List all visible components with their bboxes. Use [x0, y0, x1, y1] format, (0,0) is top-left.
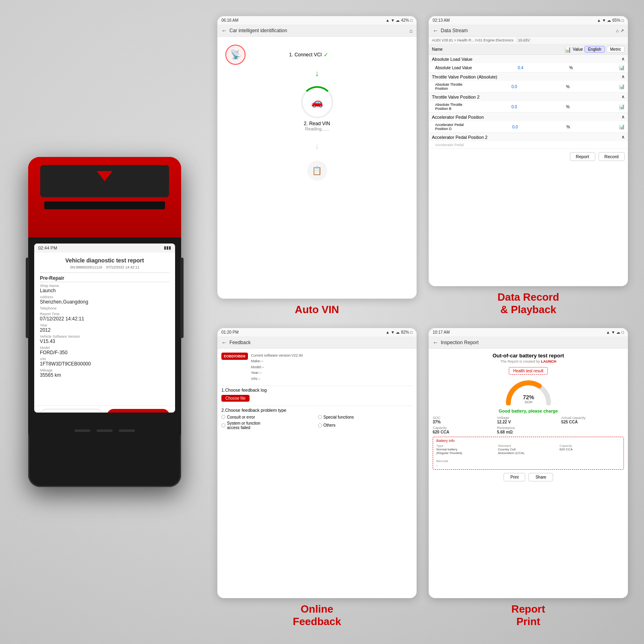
telephone-label: Telephone — [40, 306, 169, 310]
report-nav-title: Inspection Report — [441, 340, 479, 345]
feedback-choose-file: Choose file — [221, 395, 413, 402]
vin-step1-check: ✓ — [324, 52, 328, 58]
chevron-up-icon-5: ∧ — [621, 134, 625, 140]
insp-print-btn[interactable]: Print — [504, 473, 526, 481]
chevron-up-icon-3: ∧ — [621, 94, 625, 99]
chart-icon-4[interactable]: 📊 — [619, 124, 625, 130]
feedback-device-info: Current software version:V22.90 Make:-- … — [251, 353, 303, 382]
vin-arrow-down: ↓ — [315, 69, 319, 78]
record-btn[interactable]: Record — [599, 152, 625, 161]
feedback-cell: 01:20 PM ▲ ▼ ☁ 82% □ ← Feedback EOBD/OBD… — [217, 328, 417, 628]
device-screen: 02:44 PM ▮▮▮ Vehicle diagnostic test rep… — [34, 244, 175, 413]
vin-value: 1FT8W3DT9CEB00000 — [40, 361, 169, 367]
data-stream-rows: Absolute Load Value ∧ Absolute Load Valu… — [429, 55, 628, 149]
print-button[interactable]: PRINT — [107, 409, 169, 413]
radio-circle-4[interactable] — [318, 423, 322, 427]
feedback-label: Online Feedback — [293, 603, 341, 628]
screen-buttons: BACK PRINT — [34, 406, 175, 413]
gauge-svg: 72% SOH — [504, 377, 553, 405]
device-button-3[interactable] — [119, 429, 135, 432]
data-stream-breadcrumb: AUDI V28.81 > Health R... t>01 Engine El… — [429, 37, 628, 44]
inspection-title: Out-of-car battery test report — [433, 353, 624, 359]
feedback-status-bar: 01:20 PM ▲ ▼ ☁ 82% □ — [217, 328, 417, 337]
main-container: 02:44 PM ▮▮▮ Vehicle diagnostic test rep… — [0, 0, 644, 644]
chart-icon-2[interactable]: 📊 — [619, 84, 625, 89]
divider-1 — [221, 386, 413, 386]
data-record-share-icon[interactable]: ↗ — [620, 28, 624, 33]
device-grip-right — [180, 258, 184, 338]
report-back-icon[interactable]: ← — [433, 339, 438, 346]
choose-file-button[interactable]: Choose file — [221, 395, 250, 402]
ds-action-buttons: Report Record — [429, 149, 628, 164]
auto-vin-home-icon[interactable]: ⌂ — [409, 28, 413, 34]
data-stream-toolbar: Name 📊 Value English Metric — [429, 44, 628, 55]
vin-arrow-down-2: ↓ — [315, 141, 319, 151]
feedback-screen: 01:20 PM ▲ ▼ ☁ 82% □ ← Feedback EOBD/OBD… — [217, 328, 417, 598]
col-value: Value — [573, 47, 583, 52]
feedback-nav: ← Feedback — [217, 337, 417, 349]
feedback-radio-group: Consult or error Special functions Syste… — [221, 415, 413, 430]
auto-vin-title: Car intelligent identification — [229, 28, 287, 33]
report-status-bar: 10:17 AM ▲ ▼ ☁ □ — [429, 328, 628, 337]
device-button-2[interactable] — [97, 429, 113, 432]
report-time-value: 07/12/2022 14:42:11 — [40, 316, 169, 322]
back-button[interactable]: BACK — [40, 409, 103, 413]
device-button-1[interactable] — [74, 429, 91, 432]
device-bottom — [28, 419, 181, 443]
device-screen-area: 02:44 PM ▮▮▮ Vehicle diagnostic test rep… — [28, 237, 181, 419]
report-btn[interactable]: Report — [570, 152, 595, 161]
software-version-label: Vehicle Software Version — [40, 334, 169, 339]
vin-car-icon: 🚗 — [311, 97, 323, 108]
col-name: Name — [432, 47, 563, 52]
shop-name-label: Shop Name — [40, 284, 169, 288]
address-label: Address — [40, 295, 169, 299]
report-print-label: Report Print — [512, 603, 545, 628]
radio-circle-3[interactable] — [221, 423, 225, 427]
address-value: Shenzhen,Guangdong — [40, 299, 169, 305]
feedback-content: EOBD/OBDII Current software version:V22.… — [217, 349, 417, 434]
inspection-buttons: Print Share — [433, 473, 624, 481]
chart-icon-3[interactable]: 📊 — [619, 104, 625, 109]
screen-content: Vehicle diagnostic test report SN:988652… — [34, 252, 175, 405]
feedback-time: 01:20 PM — [221, 330, 239, 334]
model-label: Model — [40, 346, 169, 350]
vin-content: 📡 1. Connect VCI ✓ ↓ — [217, 37, 417, 189]
printer-triangle — [97, 171, 113, 181]
radio-circle-1[interactable] — [221, 415, 225, 419]
vin-step-1: 📡 1. Connect VCI ✓ — [225, 45, 409, 65]
radio-circle-2[interactable] — [318, 415, 322, 419]
battery-info-label: Battery info — [436, 439, 620, 443]
feedback-indicators: ▲ ▼ ☁ 82% □ — [386, 330, 413, 334]
feedback-back-icon[interactable]: ← — [221, 339, 227, 346]
mileage-value: 35565 km — [40, 372, 169, 378]
data-record-home-icon[interactable]: ⌂ — [616, 28, 619, 33]
battery-info-grid: Type Normal battery(Regular Flooded) Sta… — [436, 444, 620, 455]
chart-icon-1[interactable]: 📊 — [619, 65, 625, 70]
inspection-subtitle: The Report is created by LAUNCH — [433, 359, 624, 363]
data-record-cell: 02:13 AM ▲ ▼ ☁ 65% □ ← Data Stream ⌂ ↗ A… — [429, 16, 628, 316]
insp-share-btn[interactable]: Share — [528, 473, 553, 481]
report-time: 10:17 AM — [433, 330, 450, 334]
radio-special: Special functions — [318, 415, 413, 419]
svg-text:SOH: SOH — [524, 400, 533, 404]
svg-text:72%: 72% — [522, 394, 534, 400]
vin-step-3: 📋 — [307, 161, 327, 181]
data-row-2: Throttle Valve Position (Absolute) ∧ Abs… — [429, 72, 628, 93]
english-btn[interactable]: English — [584, 46, 605, 53]
data-record-back-icon[interactable]: ← — [433, 27, 438, 34]
feedback-device-row: EOBD/OBDII Current software version:V22.… — [221, 353, 413, 382]
auto-vin-nav: ← Car intelligent identification ⌂ — [217, 25, 417, 37]
shop-name-value: Launch — [40, 288, 169, 293]
soc-stat: SOC 37% — [433, 416, 495, 424]
voltage-stat: Voltage 12.22 V — [497, 416, 560, 424]
metric-btn[interactable]: Metric — [607, 46, 625, 53]
feedback-device-badge: EOBD/OBDII — [221, 353, 248, 360]
capacity-stat: Capacity 620 CCA — [433, 426, 495, 434]
auto-vin-label: Auto VIN — [295, 303, 339, 316]
printer-slot — [44, 201, 165, 209]
graph-icon[interactable]: 📊 — [564, 46, 571, 53]
auto-vin-back-icon[interactable]: ← — [221, 27, 227, 34]
device-section: 02:44 PM ▮▮▮ Vehicle diagnostic test rep… — [0, 0, 209, 644]
vin-step-2: 🚗 2. Read VIN Reading...... — [301, 86, 333, 131]
battery-info-section: Battery info Type Normal battery(Regular… — [433, 437, 624, 470]
